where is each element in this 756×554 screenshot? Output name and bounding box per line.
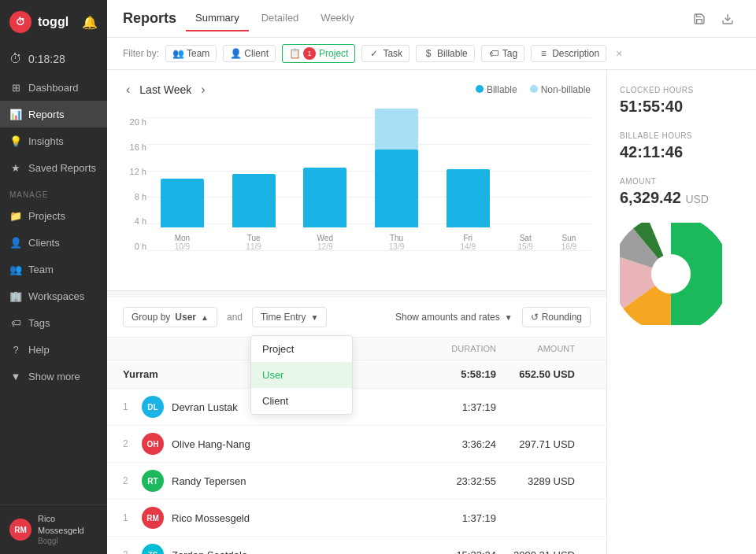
sidebar-item-workspaces[interactable]: 🏢 Workspaces (0, 283, 107, 309)
amount-currency: USD (685, 193, 709, 205)
sidebar-item-team[interactable]: 👥 Team (0, 256, 107, 283)
download-icon[interactable] (715, 6, 740, 31)
bar-thu: Thu13/9 (375, 109, 418, 251)
bar-chart: 20 h 16 h 12 h 8 h 4 h 0 h (123, 117, 591, 275)
clients-icon: 👤 (9, 236, 22, 249)
next-week-button[interactable]: › (198, 79, 208, 100)
svg-point-6 (655, 258, 687, 290)
entry-index: 2 (123, 438, 142, 449)
amount-label: AMOUNT (620, 177, 743, 186)
avatar: OH (142, 433, 164, 455)
filter-bar: Filter by: 👥 Team 👤 Client 📋 1 Project ✓… (107, 38, 756, 70)
filter-chip-task[interactable]: ✓ Task (361, 45, 410, 62)
bar-fri: Fri14/9 (447, 169, 490, 251)
rounding-button[interactable]: ↺ Rounding (522, 307, 591, 327)
main-content: Reports Summary Detailed Weekly Filter b… (107, 0, 756, 554)
chart-bars: Mon10/9 Tue11/9 (146, 117, 591, 251)
user-profile[interactable]: RM Rico Mossesgeld Boggl (0, 504, 107, 554)
table-row[interactable]: 1 DL Devran Lustak 1:37:19 (107, 389, 606, 426)
filter-chip-tag[interactable]: 🏷 Tag (481, 45, 524, 62)
help-icon: ? (9, 343, 22, 356)
time-entry-select[interactable]: Time Entry ▼ (252, 307, 327, 327)
save-icon[interactable] (687, 6, 712, 31)
entry-duration: 1:37:19 (402, 512, 496, 524)
projects-icon: 📁 (9, 209, 22, 222)
amount-value: 6,329.42 USD (620, 189, 743, 207)
tab-summary[interactable]: Summary (186, 6, 249, 31)
bar-tue: Tue11/9 (232, 174, 276, 251)
pie-chart (620, 223, 743, 327)
dropdown-item-user[interactable]: User (251, 362, 352, 388)
logo-icon: ⏱ (9, 11, 32, 33)
group-by-dropdown: Project User Client (250, 335, 353, 415)
and-label: and (227, 312, 243, 323)
billable-filter-icon: $ (423, 48, 434, 59)
sidebar-item-clients[interactable]: 👤 Clients (0, 229, 107, 256)
table-section: Group by User ▲ Project User Client and (107, 297, 606, 554)
filter-chip-project[interactable]: 📋 1 Project (282, 44, 355, 63)
date-range-label: Last Week (139, 83, 191, 96)
dropdown-item-client[interactable]: Client (251, 388, 352, 414)
entry-amount: 3289 USD (496, 475, 591, 487)
task-filter-icon: ✓ (369, 48, 380, 59)
bar-wed-billable (303, 168, 346, 227)
table-row[interactable]: 2 OH Olive Hang-Nang 3:36:24 297.71 USD (107, 426, 606, 463)
clocked-hours-section: CLOCKED HOURS 51:55:40 (620, 86, 743, 116)
dashboard-icon: ⊞ (9, 81, 22, 94)
logo[interactable]: ⏱ toggl 🔔 (0, 0, 107, 44)
entry-amount: 297.71 USD (496, 438, 591, 450)
bar-mon: Mon10/9 (161, 179, 204, 251)
pie-chart-svg (620, 223, 722, 325)
insights-icon: 💡 (9, 135, 22, 147)
show-amounts-label: Show amounts and rates (395, 312, 500, 323)
show-amounts-select[interactable]: Show amounts and rates ▼ (395, 312, 513, 323)
manage-label: MANAGE (0, 181, 107, 202)
bar-fri-billable (447, 169, 490, 227)
filter-chip-description[interactable]: ≡ Description (531, 45, 606, 62)
entry-duration: 1:37:19 (402, 401, 496, 413)
filter-chip-client[interactable]: 👤 Client (223, 45, 276, 62)
billable-legend: Billable (476, 84, 517, 95)
group-duration: 5:58:19 (402, 368, 496, 380)
sidebar-item-insights[interactable]: 💡 Insights (0, 127, 107, 154)
entry-index: 1 (123, 512, 142, 523)
group-by-select[interactable]: Group by User ▲ (123, 307, 217, 327)
entry-name: Zordan Seatdale (172, 549, 402, 555)
chart-bars-wrapper: Mon10/9 Tue11/9 (146, 117, 591, 275)
clocked-hours-label: CLOCKED HOURS (620, 86, 743, 94)
filter-chip-team[interactable]: 👥 Team (165, 45, 217, 62)
col-header-duration: DURATION (402, 344, 496, 353)
sidebar-item-help[interactable]: ? Help (0, 336, 107, 363)
entry-duration: 23:32:55 (402, 475, 496, 487)
billable-hours-section: BILLABLE HOURS 42:11:46 (620, 131, 743, 161)
sidebar-item-tags[interactable]: 🏷 Tags (0, 309, 107, 336)
avatar: DL (142, 396, 164, 418)
tab-detailed[interactable]: Detailed (252, 6, 309, 31)
sidebar-item-show-more[interactable]: ▼ Show more (0, 363, 107, 390)
sidebar-item-reports[interactable]: 📊 Reports (0, 101, 107, 127)
dropdown-item-project[interactable]: Project (251, 336, 352, 362)
table-group-row[interactable]: Yurram 5:58:19 652.50 USD (107, 360, 606, 389)
filter-chip-billable[interactable]: $ Billable (416, 45, 475, 62)
content-area: ‹ Last Week › Billable Non-billable 20 h… (107, 70, 756, 554)
user-workspace: Boggl (38, 536, 98, 546)
table-row[interactable]: 2 ZS Zordan Seatdale 15:33:24 2090.21 US… (107, 537, 606, 554)
filter-label: Filter by: (123, 48, 159, 59)
sidebar-item-projects[interactable]: 📁 Projects (0, 202, 107, 229)
entry-duration: 3:36:24 (402, 438, 496, 450)
table-row[interactable]: 2 RT Randy Tepersen 23:32:55 3289 USD (107, 463, 606, 500)
chevron-up-icon: ▲ (201, 313, 209, 322)
page-title: Reports (123, 10, 176, 27)
table-row[interactable]: 1 RM Rico Mossesgeld 1:37:19 (107, 500, 606, 537)
entry-index: 2 (123, 549, 142, 554)
tags-icon: 🏷 (9, 316, 22, 329)
sidebar-item-dashboard[interactable]: ⊞ Dashboard (0, 74, 107, 101)
entry-amount: 2090.21 USD (496, 549, 591, 555)
tab-weekly[interactable]: Weekly (311, 6, 363, 31)
notification-icon[interactable]: 🔔 (82, 15, 98, 30)
filter-close-icon[interactable]: × (616, 47, 622, 60)
group-amount: 652.50 USD (496, 368, 591, 380)
prev-week-button[interactable]: ‹ (123, 79, 133, 100)
sidebar-item-saved-reports[interactable]: ★ Saved Reports (0, 154, 107, 181)
rounding-label: Rounding (542, 312, 582, 323)
